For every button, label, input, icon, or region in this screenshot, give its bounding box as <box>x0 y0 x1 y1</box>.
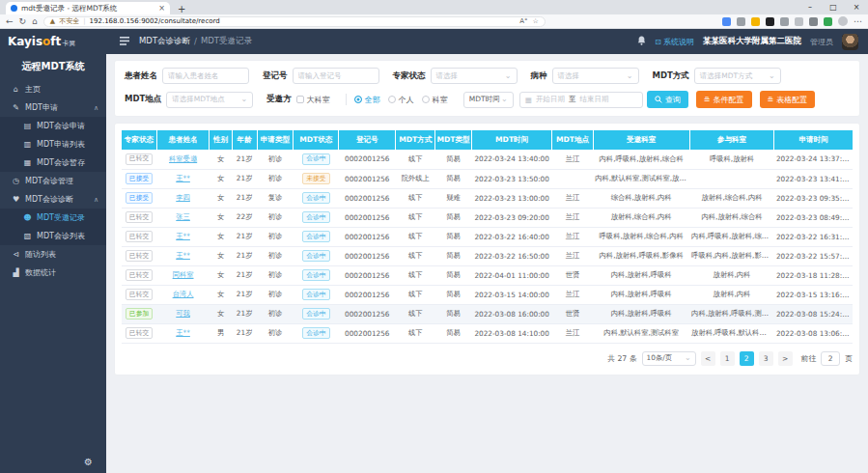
radio-全部[interactable]: 全部 <box>354 95 380 105</box>
disease-select[interactable]: 请选择⌄ <box>552 68 639 84</box>
date-range-picker[interactable]: ▦ 开始日期 至 结束日期 <box>519 92 643 108</box>
sidebar-item-mdt-diagnosis[interactable]: ♥ MDT会诊诊断∧ <box>0 190 106 209</box>
mdt-place-select[interactable]: 请选择MDT地点⌄ <box>166 92 253 108</box>
reg-no-input[interactable] <box>293 68 379 84</box>
table-cell: 内科,放射科,呼吸科,测试科室 <box>689 304 774 323</box>
extension-icon[interactable] <box>766 17 774 26</box>
status-badge: 会诊中 <box>302 250 329 262</box>
breadcrumb-separator: / <box>194 37 197 46</box>
read-aloud-icon[interactable]: A° <box>519 17 527 25</box>
patient-link[interactable]: 同科室 <box>173 270 194 279</box>
system-note-link[interactable]: ⊡系统说明 <box>655 37 694 47</box>
sidebar-item-mdt-consult-list[interactable]: ▧ MDT会诊列表 <box>0 227 106 245</box>
doc-icon: ▤ <box>23 122 32 130</box>
table-cell: 会诊中 <box>294 323 339 343</box>
gear-icon[interactable]: ⚙ <box>84 457 93 467</box>
window-maximize-button[interactable]: □ <box>822 1 845 14</box>
sidebar-item-home[interactable]: ⌂ 主页 <box>0 80 106 98</box>
extension-icon[interactable] <box>780 17 789 26</box>
sidebar-item-mdt-apply[interactable]: ✎ MDT申请∧ <box>0 98 106 117</box>
patient-link[interactable]: 李四 <box>176 193 190 202</box>
table-cell: 2022-03-23 13:41:45 <box>774 169 853 188</box>
mdt-mode-select[interactable]: 请选择MDT方式⌄ <box>694 68 781 84</box>
expert-status-select[interactable]: 请选择⌄ <box>431 68 518 84</box>
browser-menu-icon[interactable]: ⋯ <box>854 15 862 28</box>
patient-link[interactable]: 王** <box>176 174 190 182</box>
table-cell: 线下 <box>396 227 435 246</box>
sidebar-item-mdt-consult-draft[interactable]: ▦ MDT会诊暂存 <box>0 153 106 172</box>
breadcrumb-section[interactable]: MDT会诊诊断 <box>139 36 190 47</box>
page-button-3[interactable]: 3 <box>759 351 773 366</box>
chart-icon: ▟ <box>12 268 20 277</box>
table-cell: 2022-03-22 16:31:36 <box>774 227 853 246</box>
table-config-button[interactable]: ≞表格配置 <box>760 91 816 108</box>
home-button[interactable]: ⌂ <box>32 15 38 28</box>
table-cell: 2022-03-08 13:06:56 <box>774 323 853 343</box>
status-badge: 已接受 <box>126 192 153 204</box>
table-cell: 线下 <box>396 304 435 323</box>
patient-name-input[interactable] <box>162 68 249 84</box>
table-cell: 王** <box>156 169 210 188</box>
back-button[interactable]: ← <box>6 15 14 28</box>
table-cell: 初诊 <box>257 285 294 304</box>
sidebar-item-mdt-invite-record[interactable]: ☻ MDT受邀记录 <box>0 209 106 227</box>
page-size-select[interactable]: 10条/页⌄ <box>642 351 696 366</box>
extension-icon[interactable] <box>737 17 745 26</box>
mdt-time-select[interactable]: MDT时间⌄ <box>463 92 514 108</box>
sidebar-item-mdt-consult-manage[interactable]: ◷ MDT会诊管理 <box>0 172 106 190</box>
table-cell: 台湾人 <box>156 285 210 304</box>
address-bar[interactable]: ▲ 不安全 | 192.168.0.156:9002/consultate/re… <box>43 16 546 27</box>
extension-icon[interactable] <box>809 17 818 26</box>
patient-link[interactable]: 可我 <box>176 309 190 318</box>
table-cell: 兰江 <box>552 188 593 208</box>
sidebar-item-statistics[interactable]: ▟ 数据统计 <box>0 264 106 282</box>
status-badge: 会诊中 <box>302 327 329 339</box>
extension-icon[interactable] <box>722 17 731 26</box>
patient-link[interactable]: 王** <box>176 251 190 260</box>
table-cell: 内科,放射科,呼吸科 <box>593 304 689 323</box>
prev-page-button[interactable]: < <box>701 351 715 366</box>
radio-个人[interactable]: 个人 <box>388 95 414 105</box>
hamburger-icon[interactable] <box>120 37 129 47</box>
patient-link[interactable]: 王** <box>176 328 190 337</box>
sidebar-item-mdt-apply-list[interactable]: ▥ MDT申请列表 <box>0 135 106 153</box>
table-cell: 兰江 <box>552 227 593 246</box>
table-cell: 内科,放射科,呼吸科 <box>593 265 689 285</box>
window-close-button[interactable]: × <box>845 1 868 14</box>
bell-icon[interactable] <box>637 36 646 47</box>
page-button-2[interactable]: 2 <box>740 351 754 366</box>
browser-tab[interactable]: mdt受邀记录 - 远程MDT系统 × <box>6 2 170 14</box>
condition-config-button[interactable]: ≞条件配置 <box>696 91 752 108</box>
browser-profile-icon[interactable] <box>838 16 848 26</box>
clock-icon: ◷ <box>12 177 20 185</box>
extension-icon[interactable] <box>795 17 803 26</box>
table-cell: 21岁 <box>232 169 257 188</box>
sidebar-item-followup-list[interactable]: ⊲ 随访列表 <box>0 245 106 264</box>
patient-link[interactable]: 台湾人 <box>173 290 194 298</box>
refresh-button[interactable]: ↻ <box>19 15 27 28</box>
radio-科室[interactable]: 科室 <box>422 95 448 105</box>
tab-close-icon[interactable]: × <box>158 4 165 13</box>
big-dept-checkbox[interactable]: 大科室 <box>296 95 330 105</box>
patient-link[interactable]: 王** <box>176 232 190 240</box>
search-button[interactable]: 查询 <box>647 91 688 108</box>
jump-suffix: 页 <box>845 353 853 364</box>
next-page-button[interactable]: > <box>778 351 793 366</box>
extension-icon[interactable] <box>824 17 832 26</box>
extension-icon[interactable] <box>751 17 760 26</box>
sidebar-item-mdt-consult-apply[interactable]: ▤ MDT会诊申请 <box>0 117 106 135</box>
table-cell: 初诊 <box>257 265 294 285</box>
table-cell: 初诊 <box>257 323 294 343</box>
security-label: 不安全 <box>59 16 79 26</box>
jump-page-input[interactable] <box>821 351 840 366</box>
app-header: Kayisoft卡翼 MDT会诊诊断 / MDT受邀记录 ⊡系统说明 某某医科大… <box>0 29 868 54</box>
window-minimize-button[interactable]: – <box>798 1 822 14</box>
table-cell: 内科,呼吸科,放射科,综合科 <box>689 227 774 246</box>
patient-link[interactable]: 张三 <box>176 212 190 221</box>
patient-link[interactable]: 科室受邀 <box>169 154 197 163</box>
new-tab-button[interactable]: + <box>178 4 185 14</box>
favorite-star-icon[interactable]: ☆ <box>533 17 539 25</box>
status-badge: 已参加 <box>126 308 153 320</box>
user-avatar[interactable] <box>842 34 858 50</box>
page-button-1[interactable]: 1 <box>720 351 735 366</box>
